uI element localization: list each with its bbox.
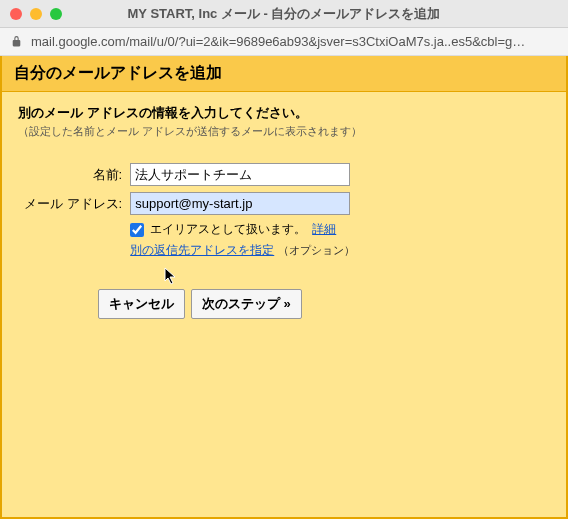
minimize-icon[interactable] — [30, 8, 42, 20]
lock-icon — [10, 35, 23, 48]
alias-checkbox[interactable] — [130, 223, 144, 237]
email-label: メール アドレス: — [24, 192, 124, 215]
window-title: MY START, Inc メール - 自分のメールアドレスを追加 — [8, 5, 560, 23]
url-text[interactable]: mail.google.com/mail/u/0/?ui=2&ik=9689e6… — [31, 34, 558, 49]
alias-row: エイリアスとして扱います。 詳細 — [130, 221, 354, 238]
alias-text: エイリアスとして扱います。 — [150, 221, 306, 238]
reply-row: 別の返信先アドレスを指定 （オプション） — [130, 242, 354, 259]
reply-option-text: （オプション） — [278, 244, 355, 256]
next-button[interactable]: 次のステップ » — [191, 289, 302, 319]
email-input[interactable] — [130, 192, 350, 215]
traffic-lights — [10, 8, 62, 20]
instruction-main: 別のメール アドレスの情報を入力してください。 — [18, 104, 550, 122]
address-bar: mail.google.com/mail/u/0/?ui=2&ik=9689e6… — [0, 28, 568, 56]
button-row: キャンセル 次のステップ » — [98, 289, 550, 319]
name-input[interactable] — [130, 163, 350, 186]
body-area: 別のメール アドレスの情報を入力してください。 （設定した名前とメール アドレス… — [2, 92, 566, 331]
close-icon[interactable] — [10, 8, 22, 20]
maximize-icon[interactable] — [50, 8, 62, 20]
reply-address-link[interactable]: 別の返信先アドレスを指定 — [130, 243, 274, 257]
instruction-sub: （設定した名前とメール アドレスが送信するメールに表示されます） — [18, 124, 550, 139]
content-area: 自分のメールアドレスを追加 別のメール アドレスの情報を入力してください。 （設… — [0, 56, 568, 519]
page-title: 自分のメールアドレスを追加 — [2, 56, 566, 92]
cancel-button[interactable]: キャンセル — [98, 289, 185, 319]
alias-detail-link[interactable]: 詳細 — [312, 221, 336, 238]
form: 名前: メール アドレス: エイリアスとして扱います。 詳細 — [18, 157, 361, 265]
window-titlebar: MY START, Inc メール - 自分のメールアドレスを追加 — [0, 0, 568, 28]
name-label: 名前: — [24, 163, 124, 186]
